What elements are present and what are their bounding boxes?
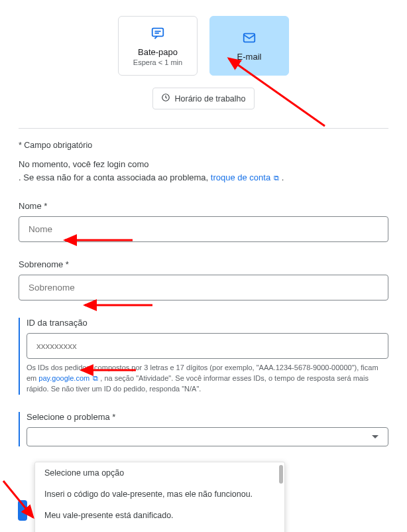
clock-icon <box>161 93 170 104</box>
email-icon <box>242 31 257 48</box>
chevron-down-icon <box>372 435 378 438</box>
pay-google-link[interactable]: pay.google.com ⧉ <box>38 374 98 382</box>
login-line2b: . <box>279 172 284 182</box>
switch-account-link[interactable]: troque de conta ⧉ <box>211 172 279 182</box>
login-line1: No momento, você fez login como <box>19 159 149 169</box>
problem-dropdown: Selecione uma opção Inseri o código do v… <box>34 462 285 532</box>
external-link-icon: ⧉ <box>272 174 279 182</box>
required-note: * Campo obrigatório <box>19 141 388 150</box>
hours-button[interactable]: Horário de trabalho <box>152 88 254 109</box>
select-block: Selecione o problema * <box>19 412 388 446</box>
nome-block: Nome * <box>19 201 388 242</box>
external-link-icon: ⧉ <box>91 374 98 382</box>
email-title: E-mail <box>237 52 262 62</box>
sobrenome-input[interactable] <box>19 275 388 300</box>
chat-card[interactable]: Bate-papo Espera < 1 min <box>118 16 198 76</box>
transacao-label: ID da transação <box>27 318 388 328</box>
contact-options: Bate-papo Espera < 1 min E-mail <box>19 16 388 76</box>
sobrenome-block: Sobrenome * <box>19 259 388 300</box>
dropdown-option[interactable]: Inseri o código do vale-presente, mas el… <box>35 484 284 505</box>
nome-label: Nome * <box>19 201 388 211</box>
sobrenome-label: Sobrenome * <box>19 259 388 269</box>
email-card[interactable]: E-mail <box>209 16 289 76</box>
svg-rect-0 <box>152 28 164 36</box>
dropdown-option[interactable]: Fiz o resgate na conta errada. <box>35 526 284 532</box>
blue-chip[interactable] <box>18 500 27 521</box>
chat-sub: Espera < 1 min <box>133 58 182 66</box>
dropdown-option[interactable]: Meu vale-presente está danificado. <box>35 505 284 526</box>
chat-title: Bate-papo <box>138 47 178 57</box>
nome-input[interactable] <box>19 216 388 242</box>
login-text: No momento, você fez login como . Se ess… <box>19 158 388 184</box>
chat-icon <box>150 26 165 43</box>
transacao-input[interactable] <box>27 333 388 359</box>
scrollbar[interactable] <box>279 465 283 484</box>
transacao-help: Os IDs dos pedidos, compostos por 3 letr… <box>27 363 388 395</box>
login-line2a: . Se essa não for a conta associada ao p… <box>19 172 211 182</box>
hours-label: Horário de trabalho <box>174 94 245 103</box>
dropdown-option[interactable]: Selecione uma opção <box>35 462 284 484</box>
select-label: Selecione o problema * <box>27 412 388 422</box>
divider <box>19 128 388 129</box>
transacao-block: ID da transação Os IDs dos pedidos, comp… <box>19 318 388 395</box>
problem-select[interactable] <box>27 427 388 446</box>
